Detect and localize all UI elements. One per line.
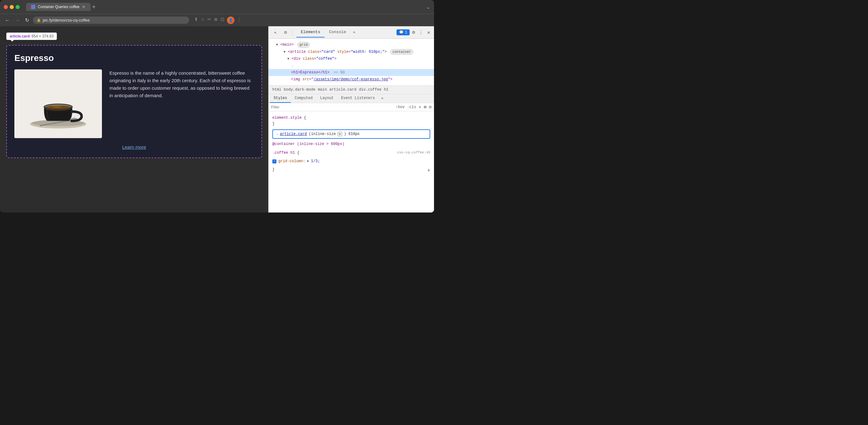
filter-cls-button[interactable]: .cls bbox=[407, 105, 416, 109]
svg-point-10 bbox=[44, 104, 72, 110]
breadcrumb-div[interactable]: div.coffee bbox=[358, 87, 383, 93]
toolbar-separator bbox=[292, 29, 293, 36]
dots-label: … bbox=[291, 63, 293, 68]
breadcrumb-html[interactable]: html bbox=[271, 87, 283, 93]
breadcrumb-h1[interactable]: h1 bbox=[383, 87, 390, 93]
tab-close-button[interactable]: ✕ bbox=[82, 5, 86, 9]
style-source[interactable]: css-cq-coffee:45 bbox=[397, 150, 430, 156]
dom-line-main[interactable]: ▼ <main> grid bbox=[269, 41, 434, 48]
at-container-selector: @container (inline-size > 600px) bbox=[272, 142, 344, 146]
container-badge: container bbox=[390, 49, 413, 55]
badge-count: 1 bbox=[405, 30, 407, 35]
learn-more-link[interactable]: Learn more bbox=[122, 144, 146, 150]
cursor-tool-button[interactable]: ↖ bbox=[271, 28, 280, 37]
tooltip-selector: article.card bbox=[10, 34, 30, 38]
grid-column-block: ✓ grid-column: ▶ 1/3; bbox=[269, 157, 434, 166]
devtools-close-button[interactable]: ✕ bbox=[426, 28, 432, 37]
dom-line-img[interactable]: <img src="/assets/img/demo/cof-espresso.… bbox=[269, 76, 434, 83]
cut-button[interactable]: ✂ bbox=[207, 17, 211, 24]
devtools-more-tabs[interactable]: » bbox=[350, 29, 358, 36]
dom-line-div[interactable]: ▼ <div class="coffee"> bbox=[269, 55, 434, 62]
tab-elements[interactable]: Elements bbox=[297, 27, 324, 37]
cq-selector[interactable]: article.card bbox=[280, 132, 307, 136]
maximize-traffic-light[interactable] bbox=[16, 5, 20, 9]
tab-console[interactable]: Console bbox=[324, 27, 350, 37]
style-tabs-more[interactable]: » bbox=[379, 95, 386, 102]
tab-styles[interactable]: Styles bbox=[270, 94, 291, 103]
devtools-panel: ↖ ⊡ Elements Console » 💬 1 ⚙ ⋮ ✕ bbox=[268, 26, 434, 212]
cq-arrow-icon: → bbox=[276, 132, 278, 136]
bookmark-button[interactable]: ☆ bbox=[201, 17, 205, 24]
user-avatar[interactable]: 👤 bbox=[227, 17, 235, 24]
dom-line-dots: … bbox=[269, 62, 434, 69]
cq-icon: ⊞ bbox=[338, 132, 342, 136]
dom-line-article[interactable]: ▼ <article class="card" style="width: 61… bbox=[269, 48, 434, 56]
at-container-block: @container (inline-size > 600px) bbox=[269, 140, 434, 149]
tab-label: Container Queries coffee bbox=[38, 5, 80, 9]
tab-event-listeners[interactable]: Event Listeners bbox=[337, 94, 379, 103]
coffee-h1-selector[interactable]: .coffee h1 bbox=[272, 151, 295, 155]
device-tool-button[interactable]: ⊡ bbox=[281, 28, 290, 37]
active-tab[interactable]: Container Queries coffee ✕ bbox=[26, 3, 91, 11]
expand-arrow-icon: ▶ bbox=[307, 159, 309, 164]
devtools-toolbar: ↖ ⊡ Elements Console » 💬 1 ⚙ ⋮ ✕ bbox=[269, 26, 434, 39]
refresh-button[interactable]: ↻ bbox=[24, 16, 30, 24]
tooltip-dimensions: 654 × 374.83 bbox=[32, 34, 54, 38]
title-bar: Container Queries coffee ✕ + ⌄ bbox=[0, 0, 434, 14]
devtools-more-button[interactable]: ⋮ bbox=[417, 28, 425, 37]
window-collapse-button[interactable]: ⌄ bbox=[426, 4, 430, 10]
tab-computed[interactable]: Computed bbox=[291, 94, 316, 103]
add-rule-button[interactable]: + bbox=[427, 167, 430, 175]
tag-article: <article class="card" style="width: 610p… bbox=[288, 50, 387, 54]
filter-hov-button[interactable]: :hov bbox=[396, 105, 405, 109]
element-style-selector: element.style bbox=[272, 116, 302, 120]
tab-layout[interactable]: Layout bbox=[316, 94, 337, 103]
filter-input[interactable] bbox=[271, 105, 393, 109]
dom-panel: ▼ <main> grid ▼ <article class="card" st… bbox=[269, 39, 434, 86]
breadcrumb-article[interactable]: article.card bbox=[328, 87, 358, 93]
back-button[interactable]: ← bbox=[4, 16, 11, 24]
nav-bar: ← → ↻ 🔒 jec.fyi/demo/css-cq-coffee ⬆ ☆ ✂… bbox=[0, 14, 434, 26]
style-tabs: Styles Computed Layout Event Listeners » bbox=[269, 94, 434, 103]
breadcrumb-bar: html body.dark-mode main article.card di… bbox=[269, 86, 434, 94]
breadcrumb-main[interactable]: main bbox=[317, 87, 328, 93]
grid-column-property: grid-column: bbox=[278, 158, 305, 164]
closing-block: } + bbox=[269, 166, 434, 174]
traffic-lights bbox=[4, 5, 20, 9]
card-body: Espresso is the name of a highly concent… bbox=[14, 69, 254, 138]
devtools-tabs: Elements Console » bbox=[297, 27, 395, 37]
grid-badge: grid bbox=[297, 42, 310, 48]
extensions-button[interactable]: ⊕ bbox=[214, 17, 218, 24]
element-tooltip: article.card 654 × 374.83 bbox=[6, 33, 57, 40]
cq-line: → article.card (inline-size ⊞ ) 610px bbox=[276, 132, 427, 136]
more-button[interactable]: ⋮ bbox=[237, 17, 242, 24]
address-bar[interactable]: 🔒 jec.fyi/demo/css-cq-coffee bbox=[33, 17, 189, 24]
devtools-settings-button[interactable]: ⚙ bbox=[411, 28, 416, 37]
triangle-icon: ▼ bbox=[276, 43, 278, 46]
grid-column-prop: ✓ grid-column: ▶ 1/3; bbox=[272, 158, 430, 164]
filter-copy-button[interactable]: ⊞ bbox=[424, 104, 426, 110]
close-brace-2: } bbox=[272, 167, 275, 172]
breadcrumb-body[interactable]: body.dark-mode bbox=[283, 87, 317, 93]
address-text: jec.fyi/demo/css-cq-coffee bbox=[43, 18, 90, 23]
forward-button[interactable]: → bbox=[14, 16, 21, 24]
devtools-badge[interactable]: 💬 1 bbox=[397, 29, 410, 35]
close-traffic-light[interactable] bbox=[4, 5, 8, 9]
share-button[interactable]: ⬆ bbox=[194, 17, 198, 24]
dom-line-h1[interactable]: <h1>Espresso</h1> == $0 bbox=[269, 69, 434, 76]
coffee-image bbox=[14, 69, 102, 138]
tag-h1: <h1>Espresso</h1> bbox=[291, 70, 329, 75]
browser-window: Container Queries coffee ✕ + ⌄ ← → ↻ 🔒 j… bbox=[0, 0, 434, 212]
sidebar-button[interactable]: ⊡ bbox=[220, 17, 224, 24]
card-title: Espresso bbox=[14, 53, 254, 63]
open-brace-2: { bbox=[297, 151, 299, 155]
tab-favicon bbox=[31, 5, 35, 9]
webpage-area: article.card 654 × 374.83 Espresso bbox=[0, 26, 268, 212]
new-tab-button[interactable]: + bbox=[92, 3, 96, 11]
filter-toggle-button[interactable]: ⊡ bbox=[429, 104, 432, 110]
filter-add-button[interactable]: + bbox=[419, 105, 421, 110]
dollar-sign: == $0 bbox=[334, 70, 345, 75]
minimize-traffic-light[interactable] bbox=[10, 5, 14, 9]
coffee-h1-block: .coffee h1 { css-cq-coffee:45 bbox=[269, 149, 434, 157]
property-checkbox[interactable]: ✓ bbox=[272, 159, 276, 163]
